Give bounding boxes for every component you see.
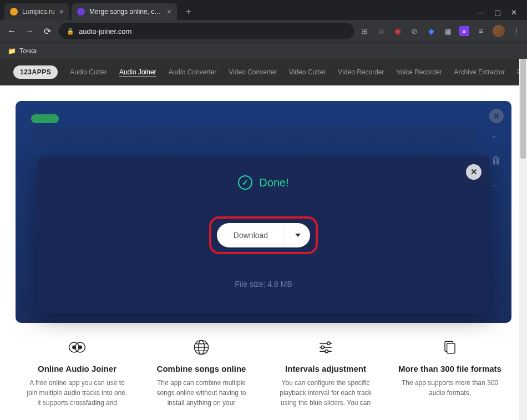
svg-point-2 (73, 346, 75, 348)
lock-icon: 🔒 (67, 28, 74, 35)
modal-close-button[interactable]: ✕ (466, 164, 482, 180)
extension-icon[interactable]: ◆ (426, 26, 436, 36)
download-dropdown-button[interactable] (285, 223, 310, 247)
address-bar[interactable]: 🔒 audio-joiner.com (59, 23, 354, 39)
scrollbar-track (519, 59, 527, 420)
folder-icon: 📁 (8, 47, 16, 55)
forward-icon[interactable]: → (23, 26, 36, 36)
feature-desc: A free online app you can use to join mu… (24, 378, 130, 408)
site-logo[interactable]: 123APPS (13, 65, 58, 79)
nav-item[interactable]: Video Converter (229, 68, 277, 76)
delete-icon[interactable]: 🗑 (491, 155, 501, 166)
extension-icon[interactable]: ◉ (393, 26, 403, 36)
site-nav: 123APPS Audio Cutter Audio Joiner Audio … (0, 59, 527, 85)
feature-title: Combine songs online (149, 364, 254, 373)
close-window-icon[interactable]: ✕ (511, 8, 517, 17)
files-icon (397, 336, 503, 358)
globe-icon (149, 336, 254, 358)
editor-panel: ✕ ↑ 🗑 ↓ ✕ ✓ Done! Download (16, 101, 511, 323)
feature-title: Intervals adjustment (273, 364, 378, 373)
page-viewport: 123APPS Audio Cutter Audio Joiner Audio … (0, 59, 527, 420)
nav-item[interactable]: Audio Cutter (70, 68, 107, 76)
browser-titlebar: Lumpics.ru × Merge songs online, combine… (0, 0, 527, 20)
reload-icon[interactable]: ⟳ (41, 26, 53, 37)
move-down-icon[interactable]: ↓ (491, 178, 501, 189)
sliders-icon (273, 336, 378, 358)
move-up-icon[interactable]: ↑ (491, 132, 501, 144)
extension-icon[interactable]: ≡ (459, 26, 469, 36)
feature-card: More than 300 file formats The app suppo… (397, 336, 503, 408)
tab-label: Merge songs online, combine m... (89, 8, 163, 16)
extensions-area: ⊞ ☆ ◉ ⊘ ◆ ▦ ≡ ≡ ⋮ (359, 25, 521, 37)
download-button[interactable]: Download (217, 231, 285, 240)
close-icon[interactable]: × (59, 8, 64, 16)
bookmarks-bar: 📁 Точка (0, 42, 527, 59)
tab-inactive[interactable]: Lumpics.ru × (4, 3, 69, 20)
nav-item[interactable]: Video Recorder (338, 68, 384, 76)
feature-card: Combine songs online The app can combine… (149, 336, 254, 408)
track-time-tag (31, 114, 59, 123)
extension-icon[interactable]: ⊘ (409, 26, 419, 36)
nav-item[interactable]: Archive Extractor (454, 68, 505, 76)
translate-icon[interactable]: ⊞ (359, 26, 369, 36)
feature-card: Online Audio Joiner A free online app yo… (24, 336, 130, 408)
feature-title: More than 300 file formats (397, 364, 503, 373)
new-tab-button[interactable]: + (181, 4, 196, 19)
extension-icon[interactable]: ▦ (443, 26, 453, 36)
favicon (10, 8, 18, 16)
nav-item-active[interactable]: Audio Joiner (119, 68, 156, 76)
feature-desc: The app can combine multiple songs onlin… (149, 378, 254, 408)
star-icon[interactable]: ☆ (376, 26, 386, 36)
url-text: audio-joiner.com (79, 27, 131, 36)
bookmark-item[interactable]: Точка (19, 47, 37, 55)
filesize-text: File size: 4.8 MB (235, 280, 292, 289)
done-label: Done! (259, 176, 288, 189)
joiner-icon (24, 336, 130, 358)
browser-toolbar: ← → ⟳ 🔒 audio-joiner.com ⊞ ☆ ◉ ⊘ ◆ ▦ ≡ ≡… (0, 20, 527, 42)
svg-point-12 (321, 346, 324, 348)
features-row: Online Audio Joiner A free online app yo… (0, 323, 527, 408)
feature-desc: You can configure the specific playback … (273, 378, 378, 408)
profile-avatar[interactable] (493, 25, 505, 37)
svg-point-14 (325, 350, 328, 353)
feature-card: Intervals adjustment You can configure t… (273, 336, 378, 408)
download-button-group: Download (217, 223, 310, 247)
nav-item[interactable]: Voice Recorder (397, 68, 442, 76)
tab-label: Lumpics.ru (22, 8, 55, 16)
minimize-icon[interactable]: ― (477, 8, 484, 17)
feature-title: Online Audio Joiner (24, 364, 130, 373)
tab-active[interactable]: Merge songs online, combine m... × (72, 3, 177, 20)
download-modal: ✕ ✓ Done! Download File size: 4.8 MB (38, 156, 489, 313)
nav-item[interactable]: Video Cutter (289, 68, 326, 76)
reading-list-icon[interactable]: ≡ (476, 26, 486, 36)
svg-point-10 (327, 342, 330, 345)
done-status: ✓ Done! (238, 175, 288, 190)
svg-rect-16 (447, 343, 455, 353)
feature-desc: The app supports more than 300 audio for… (397, 378, 503, 398)
check-circle-icon: ✓ (238, 175, 252, 190)
scrollbar-thumb[interactable] (520, 59, 526, 159)
close-icon[interactable]: × (167, 8, 171, 16)
back-icon[interactable]: ← (6, 26, 18, 36)
download-highlight: Download (209, 216, 318, 254)
track-actions: ↑ 🗑 ↓ (491, 132, 501, 189)
svg-point-3 (79, 346, 82, 348)
favicon (77, 8, 85, 16)
maximize-icon[interactable]: ▢ (494, 8, 501, 17)
panel-close-icon[interactable]: ✕ (489, 109, 504, 123)
menu-icon[interactable]: ⋮ (511, 26, 521, 36)
audio-track[interactable] (31, 126, 478, 145)
nav-item[interactable]: Audio Converter (169, 68, 217, 76)
window-controls: ― ▢ ✕ (477, 8, 523, 20)
